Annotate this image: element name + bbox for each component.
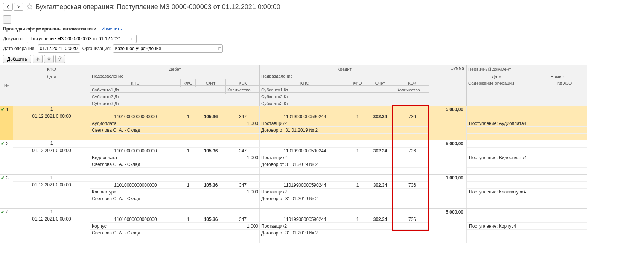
check-icon: ✔ (1, 210, 5, 215)
col-primdoc: Первичный документ Дата Номер Содержание… (467, 65, 587, 106)
row-c-acc: 302.34 (365, 148, 395, 154)
title-bar: Бухгалтерская операция: Поступление МЗ 0… (0, 0, 587, 14)
app-window: Бухгалтерская операция: Поступление МЗ 0… (0, 0, 587, 243)
document-label: Документ: (3, 36, 24, 41)
org-field[interactable]: ▢ (113, 44, 223, 53)
row-c-kps: 11019900000590244 (260, 114, 350, 119)
row-number-cell: ✔1 (0, 106, 13, 140)
row-d-sub1: Корпус (90, 224, 226, 229)
content-header[interactable]: Содержание операции (467, 79, 542, 87)
org-label: Организация: (82, 46, 111, 51)
col-n[interactable]: № (0, 65, 13, 106)
back-button[interactable] (3, 3, 13, 11)
row-c-acc: 302.34 (365, 114, 395, 119)
table-row[interactable]: ✔2 1 01.12.2021 0:00:00 1101000000000000… (0, 140, 587, 175)
move-down-button[interactable] (44, 55, 54, 63)
row-d-sub2: Светлова С. А. - Склад (90, 162, 226, 167)
secondary-toolbar (0, 14, 587, 26)
row-d-kek: 347 (226, 114, 260, 119)
star-icon[interactable] (26, 3, 33, 11)
row-d-sub2: Светлова С. А. - Склад (90, 196, 226, 201)
row-doc: Поступление: Видеоплата 4 (467, 140, 587, 174)
col-sum[interactable]: Сумма (429, 65, 467, 106)
row-c-kfo: 1 (350, 182, 365, 188)
row-c-sub1: Поставщик2 (260, 224, 395, 229)
row-c-kek: 736 (395, 148, 429, 154)
row-d-kps: 11010000000000000 (90, 148, 181, 154)
table-row[interactable]: ✔3 1 01.12.2021 0:00:00 1101000000000000… (0, 175, 587, 209)
document-input[interactable] (27, 36, 124, 41)
row-debit: 11010000000000000 1 105.36 347 Клавиатур… (90, 175, 260, 208)
row-kfo: 1 (13, 209, 90, 216)
date-field[interactable] (38, 44, 80, 53)
row-kfo: 1 (13, 175, 90, 181)
row-debit: 11010000000000000 1 105.36 347 Аудиоплат… (90, 106, 260, 140)
org-input[interactable] (113, 46, 216, 51)
row-credit: 11019900000590244 1 302.34 736 Поставщик… (260, 106, 429, 140)
dtkt-button[interactable]: ДтКт (55, 55, 65, 63)
row-c-sub2: Договор от 31.01.2019 № 2 (260, 162, 395, 167)
row-c-kps: 11019900000590244 (260, 182, 350, 188)
row-jno: 4 (513, 224, 516, 229)
row-c-sub1: Поставщик2 (260, 189, 395, 195)
check-icon: ✔ (1, 175, 5, 181)
row-kfo-date: 1 01.12.2021 0:00:00 (13, 209, 90, 243)
auto-generation-text: Проводки сформированы автоматически (3, 26, 96, 32)
row-c-sub2: Договор от 31.01.2019 № 2 (260, 230, 395, 236)
row-kfo-date: 1 01.12.2021 0:00:00 (13, 175, 90, 208)
ellipsis-icon[interactable]: … (124, 35, 130, 43)
change-link[interactable]: Изменить (101, 26, 122, 32)
refresh-button[interactable] (3, 15, 11, 24)
row-d-sub1: Клавиатура (90, 189, 226, 195)
row-c-kfo: 1 (350, 217, 365, 222)
row-doc: Поступление: Корпус 4 (467, 209, 587, 243)
date-input[interactable] (38, 46, 80, 51)
forward-button[interactable] (14, 3, 23, 11)
row-d-kps: 11010000000000000 (90, 182, 181, 188)
row-d-kek: 347 (226, 182, 260, 188)
row-sum: 5 000,00 (429, 106, 467, 140)
auto-generation-line: Проводки сформированы автоматически Изме… (0, 26, 587, 34)
row-d-acc: 105.36 (196, 114, 226, 119)
row-debit: 11010000000000000 1 105.36 347 Видеоплат… (90, 140, 260, 174)
open-icon[interactable]: ▢ (130, 35, 136, 43)
document-field[interactable]: … ▢ (27, 35, 137, 43)
grid-header: № КФО Дата Дебет Подразделение КПС КФО С… (0, 65, 587, 106)
col-credit: Кредит Подразделение КПС КФО Счет КЭК Су… (260, 65, 429, 106)
row-d-qty: 1,000 (226, 155, 260, 160)
row-d-kek: 347 (226, 148, 260, 154)
row-d-sub1: Аудиоплата (90, 121, 226, 126)
row-c-kek: 736 (395, 182, 429, 188)
col-date[interactable]: Дата (13, 72, 90, 81)
row-d-sub1: Видеоплата (90, 155, 226, 160)
row-credit: 11019900000590244 1 302.34 736 Поставщик… (260, 175, 429, 208)
open-org-icon[interactable]: ▢ (216, 45, 222, 52)
row-d-sub2: Светлова С. А. - Склад (90, 128, 226, 133)
row-credit: 11019900000590244 1 302.34 736 Поставщик… (260, 209, 429, 243)
row-kfo: 1 (13, 140, 90, 147)
add-button[interactable]: Добавить (3, 55, 31, 63)
row-debit: 11010000000000000 1 105.36 347 Корпус 1,… (90, 209, 260, 243)
jno-header[interactable]: № Ж/О (542, 79, 587, 87)
row-doc: Поступление: Аудиоплата 4 (467, 106, 587, 140)
table-row[interactable]: ✔4 1 01.12.2021 0:00:00 1101000000000000… (0, 209, 587, 243)
row-content: Поступление: Корпус (469, 224, 513, 229)
row-date: 01.12.2021 0:00:00 (13, 181, 90, 188)
row-d-kfo: 1 (181, 114, 196, 119)
row-d-acc: 105.36 (196, 148, 226, 154)
row-c-sub2: Договор от 31.01.2019 № 2 (260, 128, 395, 133)
table-row[interactable]: ✔1 1 01.12.2021 0:00:00 1101000000000000… (0, 106, 587, 140)
check-icon: ✔ (1, 107, 5, 112)
row-d-acc: 105.36 (196, 217, 226, 222)
row-d-kps: 11010000000000000 (90, 217, 181, 222)
move-up-button[interactable] (33, 55, 43, 63)
row-content: Поступление: Видеоплата (469, 155, 524, 160)
date-label: Дата операции: (3, 46, 36, 51)
row-number-cell: ✔2 (0, 140, 13, 174)
date-org-row: Дата операции: Организация: ▢ (0, 44, 587, 53)
row-d-kfo: 1 (181, 182, 196, 188)
row-c-sub1: Поставщик2 (260, 121, 395, 126)
row-jno: 4 (524, 189, 526, 195)
row-jno: 4 (524, 155, 527, 160)
row-kfo-date: 1 01.12.2021 0:00:00 (13, 140, 90, 174)
